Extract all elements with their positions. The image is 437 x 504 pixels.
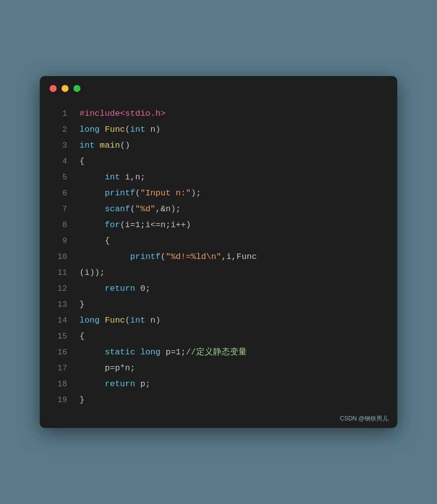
code-text: { — [79, 233, 110, 249]
code-line-4: 4 { — [50, 154, 387, 169]
code-text: printf("Input n:"); — [79, 185, 201, 201]
line-number: 1 — [50, 106, 67, 122]
code-line-15: 15 { — [50, 329, 387, 344]
code-text: long Func(int n) — [79, 313, 160, 329]
line-number: 14 — [50, 313, 67, 329]
code-text: p=p*n; — [79, 360, 135, 376]
code-line-11: 11 (i)); — [50, 265, 387, 281]
code-text: static long p=1;//定义静态变量 — [79, 344, 247, 360]
line-number: 6 — [50, 185, 67, 201]
code-area: 1 #include<stdio.h> 2 long Func(int n) 3… — [40, 101, 397, 413]
code-line-3: 3 int main() — [50, 138, 387, 154]
line-number: 10 — [50, 249, 67, 265]
line-number: 15 — [50, 329, 67, 344]
line-number: 7 — [50, 201, 67, 217]
code-text: { — [79, 329, 84, 344]
code-line-1: 1 #include<stdio.h> — [50, 106, 387, 122]
line-number: 11 — [50, 265, 67, 281]
code-line-10: 10 printf("%d!=%ld\n",i,Func — [50, 249, 387, 265]
line-number: 18 — [50, 376, 67, 392]
line-number: 5 — [50, 169, 67, 185]
code-line-12: 12 return 0; — [50, 281, 387, 297]
code-text: } — [79, 297, 84, 313]
code-line-5: 5 int i,n; — [50, 169, 387, 185]
code-line-14: 14 long Func(int n) — [50, 313, 387, 329]
code-text: return 0; — [79, 281, 150, 297]
maximize-button[interactable] — [73, 85, 80, 92]
title-bar — [40, 76, 397, 101]
code-line-9: 9 { — [50, 233, 387, 249]
line-number: 12 — [50, 281, 67, 297]
line-number: 9 — [50, 233, 67, 249]
line-number: 13 — [50, 297, 67, 313]
code-text: #include<stdio.h> — [79, 106, 165, 122]
line-number: 17 — [50, 360, 67, 376]
code-text: (i)); — [79, 265, 105, 281]
code-line-18: 18 return p; — [50, 376, 387, 392]
code-line-17: 17 p=p*n; — [50, 360, 387, 376]
code-line-16: 16 static long p=1;//定义静态变量 — [50, 344, 387, 360]
line-number: 2 — [50, 122, 67, 138]
code-text: int i,n; — [79, 169, 146, 185]
line-number: 16 — [50, 344, 67, 360]
line-number: 4 — [50, 154, 67, 169]
code-text: { — [79, 154, 84, 169]
code-text: } — [79, 392, 84, 408]
code-line-6: 6 printf("Input n:"); — [50, 185, 387, 201]
watermark: CSDN @钢铁男儿 — [340, 415, 388, 423]
code-text: printf("%d!=%ld\n",i,Func — [79, 249, 257, 265]
code-line-2: 2 long Func(int n) — [50, 122, 387, 138]
code-line-19: 19 } — [50, 392, 387, 408]
code-line-8: 8 for(i=1;i<=n;i++) — [50, 217, 387, 233]
minimize-button[interactable] — [62, 85, 69, 92]
code-line-7: 7 scanf("%d",&n); — [50, 201, 387, 217]
code-text: return p; — [79, 376, 150, 392]
code-window: 1 #include<stdio.h> 2 long Func(int n) 3… — [40, 76, 397, 428]
code-text: int main() — [79, 138, 130, 154]
line-number: 3 — [50, 138, 67, 154]
code-line-13: 13 } — [50, 297, 387, 313]
code-text: long Func(int n) — [79, 122, 160, 138]
line-number: 19 — [50, 392, 67, 408]
close-button[interactable] — [50, 85, 57, 92]
code-text: scanf("%d",&n); — [79, 201, 181, 217]
code-text: for(i=1;i<=n;i++) — [79, 217, 191, 233]
line-number: 8 — [50, 217, 67, 233]
